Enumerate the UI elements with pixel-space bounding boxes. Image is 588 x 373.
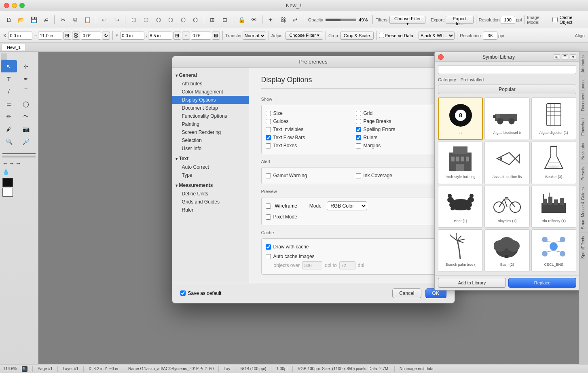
angle-input1[interactable]: [81, 32, 101, 40]
gamut-warning-checkbox[interactable]: [266, 173, 271, 178]
redo-btn[interactable]: ↪: [111, 14, 123, 25]
text-tool[interactable]: T: [1, 73, 17, 85]
save-default-checkbox[interactable]: [180, 290, 186, 296]
paint-tool[interactable]: 🖌: [1, 123, 17, 135]
ellipse-tool[interactable]: ◯: [18, 98, 34, 110]
layer-arrange-btn[interactable]: ⬡: [190, 14, 201, 25]
sidebar-section-measurements[interactable]: ▾ Measurements: [172, 181, 249, 190]
arrow-left-btn[interactable]: ←: [2, 160, 8, 167]
sidebar-item-ruler[interactable]: Ruler: [172, 206, 249, 214]
mode-select[interactable]: RGB Color CMYK Color Grayscale: [327, 201, 367, 210]
sidebar-item-screen-rendering[interactable]: Screen Rendering: [172, 128, 249, 136]
sidebar-section-general[interactable]: ▾ General: [172, 71, 249, 80]
sidebar-item-painting[interactable]: Painting: [172, 120, 249, 128]
margins-checkbox[interactable]: [356, 143, 361, 148]
preserve-data-checkbox[interactable]: [379, 33, 384, 38]
side-tab-presets[interactable]: Presets: [580, 163, 588, 184]
export-dropdown[interactable]: Export to...: [446, 16, 474, 24]
resolution2-input[interactable]: [483, 32, 497, 40]
grid-btn2[interactable]: ⊟: [219, 14, 231, 25]
side-tab-smart-mouse[interactable]: Smart Mouse & Guides: [580, 184, 588, 232]
bezier-tool[interactable]: ⌒: [18, 85, 34, 97]
replace-btn[interactable]: Replace: [508, 278, 576, 288]
align-icon[interactable]: ⊠: [212, 32, 220, 40]
sidebar-item-attributes[interactable]: Attributes: [172, 80, 249, 88]
angle-input2[interactable]: [191, 32, 211, 40]
eyedropper-tool[interactable]: 💧: [2, 169, 36, 175]
link-icon[interactable]: ⛓: [72, 32, 80, 40]
sym-item-arch-building[interactable]: Arch-style building: [438, 142, 483, 184]
sidebar-item-display-options[interactable]: Display Options: [172, 96, 249, 104]
size-checkbox[interactable]: [266, 111, 271, 116]
undo-btn[interactable]: ↩: [99, 14, 110, 25]
sidebar-item-grids-guides[interactable]: Grids and Guides: [172, 198, 249, 206]
sym-item-algae-biodiesel[interactable]: Algae biodiesel tr: [484, 97, 529, 140]
link-btn[interactable]: ⛓: [277, 14, 289, 25]
flip-icon[interactable]: ↔: [182, 32, 190, 40]
width-input[interactable]: [38, 32, 62, 40]
wireframe-checkbox[interactable]: [266, 203, 271, 209]
camera-tool[interactable]: 📷: [18, 123, 34, 135]
guides-checkbox[interactable]: [266, 119, 271, 124]
text-invisibles-checkbox[interactable]: [266, 127, 271, 132]
sym-popular-dropdown[interactable]: Popular: [438, 85, 576, 94]
effects-btn[interactable]: ✦: [265, 14, 277, 25]
sidebar-item-user-info[interactable]: User Info: [172, 144, 249, 153]
rotate-icon[interactable]: ↻: [102, 32, 110, 40]
text-boxes-checkbox[interactable]: [266, 143, 271, 148]
layer-down-btn[interactable]: ⬡: [140, 14, 152, 25]
lock-btn[interactable]: 🔒: [236, 14, 247, 25]
symbol-search-input[interactable]: [438, 65, 576, 74]
sym-item-cscl-bns[interactable]: CSCL_BNS: [531, 229, 576, 272]
print-btn[interactable]: 🖨: [40, 14, 52, 25]
arrow-both-btn[interactable]: ↔: [15, 160, 21, 167]
layer-export-btn[interactable]: ⬡: [178, 14, 189, 25]
sym-item-branch-palm[interactable]: Branch palm tree (: [438, 229, 483, 272]
eye-btn[interactable]: 👁: [248, 14, 260, 25]
maximize-button[interactable]: [19, 3, 25, 8]
sidebar-item-type[interactable]: Type: [172, 171, 249, 179]
crop-dropdown[interactable]: Crop & Scale: [340, 32, 374, 40]
hand-tool[interactable]: 🔎: [18, 136, 34, 148]
layer-up-btn[interactable]: ⬡: [128, 14, 140, 25]
pencil-tool[interactable]: ✏: [1, 110, 17, 123]
sidebar-item-functionality-options[interactable]: Functionality Options: [172, 112, 249, 120]
open-file-btn[interactable]: 📂: [16, 14, 27, 25]
cache-object-checkbox[interactable]: [552, 17, 558, 22]
minimize-button[interactable]: [12, 3, 17, 8]
symbol-library-close-btn[interactable]: [438, 54, 444, 60]
text-flow-bars-checkbox[interactable]: [266, 135, 271, 140]
sym-grid-view-btn[interactable]: ⊞: [554, 54, 560, 60]
side-tab-document-layout[interactable]: Document Layout: [580, 76, 588, 114]
transfer-select[interactable]: Normal: [243, 32, 266, 40]
calligraphy-tool[interactable]: ✒: [18, 73, 34, 85]
x-input[interactable]: [8, 32, 32, 40]
rulers-checkbox[interactable]: [356, 135, 361, 140]
sym-list-view-btn[interactable]: ☰: [562, 54, 568, 60]
grid-checkbox[interactable]: [356, 111, 361, 116]
sym-item-beaker[interactable]: Beaker (3): [531, 142, 576, 184]
height-input[interactable]: [148, 32, 172, 40]
sym-item-algae-digestor[interactable]: Algae digestor (1): [531, 97, 576, 140]
sym-item-bio-refinery[interactable]: Bio-refinery (1): [531, 186, 576, 228]
adjust-dropdown[interactable]: Choose Filter ▾: [286, 32, 323, 40]
ink-coverage-checkbox[interactable]: [356, 173, 361, 178]
warp-tool[interactable]: 〜: [18, 110, 34, 123]
select-tool[interactable]: ↖: [1, 60, 17, 72]
sym-item-8-ball[interactable]: 8 8: [438, 97, 483, 140]
zoom-tool[interactable]: 🔍: [1, 136, 17, 148]
dpi-value-input[interactable]: [339, 261, 355, 269]
sym-item-assault-outline[interactable]: Assault, outline fis: [484, 142, 529, 184]
y-input[interactable]: [120, 32, 144, 40]
fg-color-swatch[interactable]: [2, 178, 13, 187]
grid-btn1[interactable]: ⊞: [207, 14, 218, 25]
bg-color-swatch[interactable]: [2, 188, 13, 197]
filters-dropdown[interactable]: Choose Filter ▾: [389, 16, 425, 24]
sym-item-bush[interactable]: Bush (2): [484, 229, 529, 272]
transform-btn[interactable]: ⇄: [290, 14, 301, 25]
side-tab-sprint-effects[interactable]: SprintEffects: [580, 232, 588, 262]
sidebar-item-auto-correct[interactable]: Auto Correct: [172, 163, 249, 171]
pixel-mode-checkbox[interactable]: [266, 214, 271, 220]
close-button[interactable]: [4, 3, 9, 8]
color-mode-select[interactable]: Black & Wh...: [419, 32, 455, 40]
